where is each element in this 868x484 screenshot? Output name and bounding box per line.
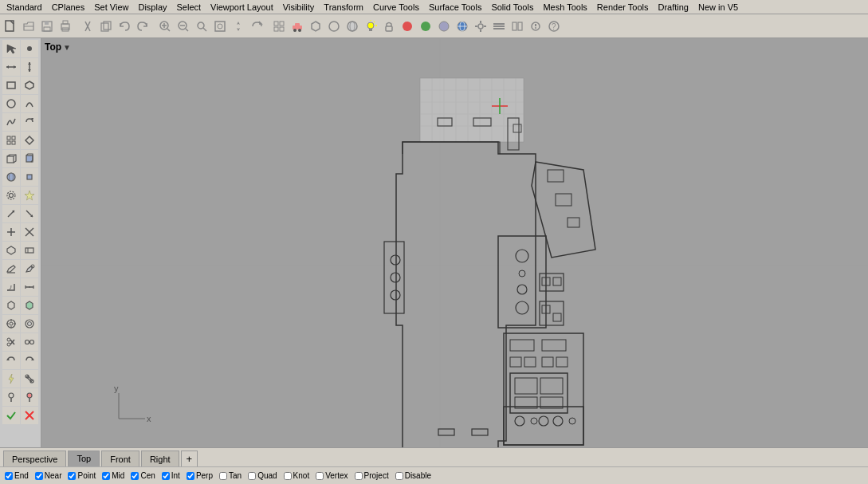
snap-vertex-checkbox[interactable] — [316, 472, 324, 480]
lt-move-v[interactable] — [21, 58, 38, 76]
lt-ruler[interactable] — [21, 278, 38, 296]
tb-sphere[interactable] — [344, 18, 361, 35]
lt-dot[interactable] — [21, 40, 38, 57]
lt-scissor[interactable] — [2, 333, 20, 351]
menu-mesh-tools[interactable]: Mesh Tools — [538, 2, 591, 12]
tb-open[interactable] — [20, 18, 37, 35]
lt-cross[interactable] — [21, 223, 38, 241]
lt-plus[interactable] — [2, 223, 20, 241]
lt-box[interactable] — [2, 150, 20, 167]
tb-hex[interactable] — [307, 18, 324, 35]
tab-add-button[interactable]: + — [181, 451, 198, 466]
tb-settings3[interactable] — [509, 18, 526, 35]
snap-cen-checkbox[interactable] — [131, 472, 139, 480]
snap-tan-checkbox[interactable] — [219, 472, 227, 480]
snap-quad-checkbox[interactable] — [248, 472, 256, 480]
lt-check[interactable] — [2, 407, 20, 424]
tb-settings[interactable] — [472, 18, 489, 35]
lt-hex3[interactable] — [21, 297, 38, 314]
tab-right[interactable]: Right — [141, 451, 179, 466]
lt-box2[interactable] — [21, 150, 38, 167]
lt-small-sq[interactable] — [21, 168, 38, 186]
tab-top[interactable]: Top — [68, 451, 100, 466]
lt-undo2[interactable] — [2, 352, 20, 369]
lt-gear[interactable] — [2, 187, 20, 204]
menu-select[interactable]: Select — [172, 2, 206, 12]
tb-pan[interactable] — [230, 18, 247, 35]
lt-move-h[interactable] — [2, 58, 20, 76]
lt-pen[interactable] — [21, 260, 38, 277]
menu-display[interactable]: Display — [133, 2, 171, 12]
lt-poly[interactable] — [21, 77, 38, 94]
tb-help[interactable]: ? — [545, 18, 563, 35]
lt-sphere3[interactable] — [2, 168, 20, 186]
snap-point-checkbox[interactable] — [68, 472, 76, 480]
snap-knot-checkbox[interactable] — [284, 472, 292, 480]
tb-zoom-in[interactable] — [156, 18, 174, 35]
tab-front[interactable]: Front — [101, 451, 139, 466]
menu-setview[interactable]: Set View — [89, 2, 133, 12]
tab-perspective[interactable]: Perspective — [3, 451, 66, 466]
menu-solid-tools[interactable]: Solid Tools — [486, 2, 538, 12]
menu-drafting[interactable]: Drafting — [653, 2, 693, 12]
snap-mid-checkbox[interactable] — [102, 472, 110, 480]
lt-star[interactable] — [21, 187, 38, 204]
snap-end-checkbox[interactable] — [5, 472, 13, 480]
tb-settings2[interactable] — [490, 18, 508, 35]
lt-hex2[interactable] — [2, 297, 20, 314]
lt-chain[interactable] — [21, 333, 38, 351]
tb-circle[interactable] — [325, 18, 343, 35]
snap-disable-checkbox[interactable] — [395, 472, 403, 480]
lt-target[interactable] — [2, 315, 20, 333]
tb-undo[interactable] — [116, 18, 133, 35]
menu-transform[interactable]: Transform — [319, 2, 368, 12]
tb-copy[interactable] — [97, 18, 115, 35]
menu-visibility[interactable]: Visibility — [278, 2, 320, 12]
lt-tag1[interactable] — [2, 242, 20, 259]
lt-rect[interactable] — [2, 77, 20, 94]
lt-curve[interactable] — [2, 113, 20, 131]
tb-redo[interactable] — [134, 18, 151, 35]
tb-rotate[interactable] — [248, 18, 265, 35]
lt-angle[interactable] — [2, 278, 20, 296]
lt-edit[interactable] — [2, 260, 20, 277]
tb-globe[interactable] — [454, 18, 471, 35]
tb-car[interactable] — [289, 18, 306, 35]
tb-light[interactable] — [362, 18, 379, 35]
viewport-arrow[interactable]: ▼ — [63, 43, 71, 52]
lt-grid2[interactable] — [2, 132, 20, 149]
viewport[interactable]: Top ▼ x y — [41, 38, 868, 447]
snap-near-checkbox[interactable] — [35, 472, 43, 480]
lt-arrow-dr[interactable] — [21, 205, 38, 222]
tb-lock[interactable] — [380, 18, 398, 35]
lt-ring[interactable] — [21, 315, 38, 333]
tb-new[interactable] — [2, 18, 19, 35]
lt-select[interactable] — [2, 40, 20, 57]
snap-int-checkbox[interactable] — [162, 472, 170, 480]
tb-settings4[interactable] — [527, 18, 544, 35]
menu-standard[interactable]: Standard — [2, 2, 47, 12]
lt-x-close[interactable] — [21, 407, 38, 424]
menu-surface-tools[interactable]: Surface Tools — [424, 2, 486, 12]
lt-arrow-ur[interactable] — [2, 205, 20, 222]
lt-diamond[interactable] — [21, 132, 38, 149]
tb-zoom-out[interactable] — [175, 18, 192, 35]
tb-zoom-win[interactable] — [211, 18, 229, 35]
menu-cplanes[interactable]: CPlanes — [47, 2, 90, 12]
tb-print[interactable] — [57, 18, 74, 35]
lt-pin[interactable] — [2, 388, 20, 406]
tb-save[interactable] — [38, 18, 56, 35]
lt-tag2[interactable] — [21, 242, 38, 259]
tb-cut[interactable] — [79, 18, 96, 35]
tb-color1[interactable] — [399, 18, 416, 35]
lt-bolt[interactable] — [2, 370, 20, 388]
lt-wrench[interactable] — [21, 370, 38, 388]
tb-grid[interactable] — [270, 18, 288, 35]
lt-rotate[interactable] — [21, 113, 38, 131]
lt-redo2[interactable] — [21, 352, 38, 369]
lt-circle[interactable] — [2, 95, 20, 112]
menu-render-tools[interactable]: Render Tools — [592, 2, 654, 12]
tb-color2[interactable] — [417, 18, 434, 35]
snap-perp-checkbox[interactable] — [187, 472, 194, 480]
menu-new-v5[interactable]: New in V5 — [693, 2, 743, 12]
